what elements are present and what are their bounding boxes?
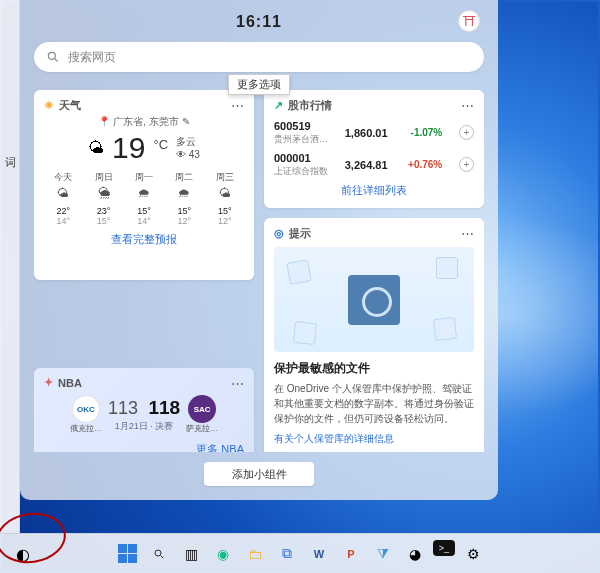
search-tooltip: 更多选项 <box>228 74 290 95</box>
powerpoint-icon[interactable]: P <box>337 540 365 568</box>
word-icon[interactable]: W <box>305 540 333 568</box>
search-box[interactable]: 搜索网页 更多选项 <box>34 42 484 72</box>
tips-headline: 保护最敏感的文件 <box>274 360 474 377</box>
add-stock-button[interactable]: + <box>459 157 474 172</box>
team-a-logo: OKC <box>72 395 100 423</box>
stocks-icon: ↗ <box>274 99 283 112</box>
tips-card[interactable]: ◎ 提示 ⋯ 保护最敏感的文件 在 OneDrive 个人保管库中保护护照、驾驶… <box>264 218 484 452</box>
search-icon <box>153 548 165 560</box>
team-b-name: 萨克拉门托… <box>186 423 218 434</box>
weather-mini-icon: 🌤 <box>206 186 244 200</box>
sun-icon: ☀ <box>44 99 54 112</box>
weather-location[interactable]: 📍 广东省, 东莞市 ✎ <box>44 115 244 129</box>
team-b-logo: SAC <box>188 395 216 423</box>
weather-mini-icon: 🌧 <box>165 186 203 200</box>
tips-learn-more-link[interactable]: 有关个人保管库的详细信息 <box>274 432 474 446</box>
weather-unit: °C <box>153 137 168 152</box>
widgets-panel: 16:11 ⛩ 搜索网页 更多选项 ☀ 天气 ⋯ 📍 广东省, 东莞市 ✎ 🌤 … <box>20 0 498 500</box>
nba-score-row: OKC 俄克拉荷马… 113 118 1月21日 · 决赛 SAC 萨克拉门托… <box>44 395 244 434</box>
svg-point-0 <box>48 52 55 59</box>
explorer-icon[interactable]: 🗀 <box>241 540 269 568</box>
svg-line-1 <box>55 59 58 62</box>
weather-title: ☀ 天气 <box>44 98 244 113</box>
windows-logo-icon <box>118 544 137 563</box>
nba-title: ✦ NBA <box>44 376 244 389</box>
stocks-list: 600519贵州茅台酒…1,860.01-1.07%+000001上证综合指数3… <box>274 120 474 177</box>
doc-icon <box>433 317 457 341</box>
stock-row[interactable]: 000001上证综合指数3,264.81+0.76%+ <box>274 152 474 177</box>
search-placeholder: 搜索网页 <box>68 49 116 66</box>
weather-mini-icon: 🌧 <box>125 186 163 200</box>
weather-more-button[interactable]: ⋯ <box>228 96 248 114</box>
nba-card[interactable]: ✦ NBA ⋯ OKC 俄克拉荷马… 113 118 1月21日 · 决赛 SA… <box>34 368 254 452</box>
start-button[interactable] <box>113 540 141 568</box>
svg-line-3 <box>161 555 164 558</box>
stocks-title: ↗ 股市行情 <box>274 98 474 113</box>
task-view-button[interactable]: ▥ <box>177 540 205 568</box>
doc-icon <box>293 321 317 345</box>
weather-forecast-row: 今天🌤22°14°周日🌦23°15°周一🌧15°14°周二🌧15°12°周三🌤1… <box>44 171 244 226</box>
edge-icon[interactable]: ◉ <box>209 540 237 568</box>
weather-card[interactable]: ☀ 天气 ⋯ 📍 广东省, 东莞市 ✎ 🌤 19 °C 多云 👁 43 今天🌤 <box>34 90 254 280</box>
store-icon[interactable]: ⧉ <box>273 540 301 568</box>
panel-header: 16:11 ⛩ <box>34 8 484 36</box>
forecast-day[interactable]: 周日🌦23°15° <box>84 171 122 226</box>
left-strip-char: 词 <box>5 155 16 170</box>
stocks-detail-link[interactable]: 前往详细列表 <box>274 183 474 198</box>
stock-row[interactable]: 600519贵州茅台酒…1,860.01-1.07%+ <box>274 120 474 145</box>
weather-condition: 多云 👁 43 <box>176 135 200 161</box>
weather-mini-icon: 🌦 <box>84 186 122 200</box>
team-a-name: 俄克拉荷马… <box>70 423 102 434</box>
forecast-day[interactable]: 周三🌤15°12° <box>206 171 244 226</box>
weather-full-forecast-link[interactable]: 查看完整预报 <box>44 232 244 247</box>
doc-icon <box>286 259 311 284</box>
add-widget-button[interactable]: 添加小组件 <box>204 462 314 486</box>
taskbar: ◐ ▥ ◉ 🗀 ⧉ W P ⧩ ◕ >_ ⚙ <box>0 533 600 573</box>
score-a: 113 <box>108 398 138 418</box>
image-icon <box>436 257 458 279</box>
taskbar-search-button[interactable] <box>145 540 173 568</box>
nba-more-button[interactable]: ⋯ <box>228 374 248 392</box>
widgets-grid: ☀ 天气 ⋯ 📍 广东省, 东莞市 ✎ 🌤 19 °C 多云 👁 43 今天🌤 <box>34 90 484 452</box>
forecast-day[interactable]: 周一🌧15°14° <box>125 171 163 226</box>
tips-illustration <box>274 247 474 352</box>
add-stock-button[interactable]: + <box>459 125 474 140</box>
taskbar-center: ▥ ◉ 🗀 ⧉ W P ⧩ ◕ >_ ⚙ <box>113 540 487 568</box>
search-icon <box>46 50 60 64</box>
edit-location-icon[interactable]: ✎ <box>182 116 190 127</box>
nba-icon: ✦ <box>44 376 53 389</box>
tips-more-button[interactable]: ⋯ <box>458 224 478 242</box>
weather-mini-icon: 🌤 <box>44 186 82 200</box>
weather-now-icon: 🌤 <box>88 139 104 157</box>
weather-current: 🌤 19 °C 多云 👁 43 <box>44 131 244 165</box>
tips-icon: ◎ <box>274 227 284 240</box>
settings-icon[interactable]: ⚙ <box>459 540 487 568</box>
stocks-more-button[interactable]: ⋯ <box>458 96 478 114</box>
forecast-day[interactable]: 今天🌤22°14° <box>44 171 82 226</box>
clock: 16:11 <box>236 13 282 31</box>
nba-more-link[interactable]: 更多 NBA <box>44 442 244 452</box>
game-info: 1月21日 · 决赛 <box>108 420 180 433</box>
forecast-day[interactable]: 周二🌧15°12° <box>165 171 203 226</box>
left-app-strip: 词 <box>0 0 20 533</box>
vscode-icon[interactable]: ⧩ <box>369 540 397 568</box>
taskbar-widgets-button[interactable]: ◐ <box>8 539 38 569</box>
stocks-card[interactable]: ↗ 股市行情 ⋯ 600519贵州茅台酒…1,860.01-1.07%+0000… <box>264 90 484 208</box>
weather-temp: 19 <box>112 131 145 165</box>
vault-icon <box>348 275 400 325</box>
user-avatar[interactable]: ⛩ <box>458 10 480 32</box>
tips-body: 在 OneDrive 个人保管库中保护护照、驾驶证和其他重要文档的数字副本。将通… <box>274 381 474 426</box>
svg-point-2 <box>155 550 161 556</box>
chrome-icon[interactable]: ◕ <box>401 540 429 568</box>
terminal-icon[interactable]: >_ <box>433 540 455 556</box>
tips-title: ◎ 提示 <box>274 226 474 241</box>
score-b: 118 <box>148 397 180 418</box>
